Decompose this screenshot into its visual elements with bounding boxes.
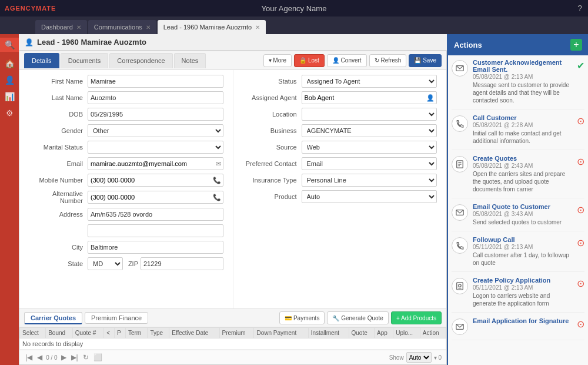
form-right: Status Assigned To Agent Assigned Agent …: [233, 70, 447, 308]
sidebar-search-icon[interactable]: 🔍: [0, 38, 19, 52]
insurance-type-label: Insurance Type: [243, 177, 302, 184]
col-action: Action: [420, 328, 446, 339]
app-title: Your Agency Name: [262, 4, 327, 13]
product-select[interactable]: Auto: [302, 190, 437, 203]
tab-dashboard[interactable]: Dashboard ✕: [35, 20, 87, 34]
address-input[interactable]: [88, 208, 223, 221]
action-status-3: ⊙: [577, 156, 584, 167]
payments-button[interactable]: 💳 Payments: [279, 311, 325, 324]
top-bar: AGENCYMATE Your Agency Name ?: [0, 0, 588, 16]
address2-input[interactable]: [88, 224, 223, 237]
email-row: Email ✉: [29, 157, 223, 170]
tab-communications[interactable]: Communications ✕: [88, 20, 156, 34]
tab-lead[interactable]: Lead - 1960 Mamirae Auozmto ✕: [158, 20, 266, 34]
email-input[interactable]: [88, 157, 223, 170]
state-select[interactable]: MD: [88, 257, 123, 270]
action-icon-phone-2: [452, 115, 468, 132]
page-header-icon: 👤: [25, 38, 34, 47]
actions-panel: Actions + Customer Acknowledgement Email…: [447, 34, 588, 365]
sidebar-gear-icon[interactable]: ⚙: [6, 108, 14, 118]
next-page-btn[interactable]: ▶: [60, 353, 68, 361]
save-button[interactable]: 💾 Save: [409, 54, 442, 67]
insurance-type-select[interactable]: Personal Line: [302, 174, 437, 187]
tab-correspondence[interactable]: Correspondence: [109, 53, 172, 68]
actions-add-button[interactable]: +: [570, 39, 582, 51]
action-item-6: Create Policy Application 05/11/2021 @ 2…: [452, 277, 584, 313]
assigned-agent-row: Assigned Agent 👤: [243, 91, 437, 104]
assigned-agent-label: Assigned Agent: [243, 94, 302, 101]
dob-row: DOB: [29, 108, 223, 121]
actions-header: Actions +: [448, 34, 588, 55]
gender-select[interactable]: OtherMaleFemale: [88, 124, 223, 137]
first-name-row: First Name: [29, 75, 223, 88]
last-page-btn[interactable]: ▶|: [70, 353, 79, 361]
generate-quote-button[interactable]: 🔧 Generate Quote: [327, 311, 389, 324]
page-info: 0 / 0: [46, 354, 57, 361]
more-button[interactable]: ▾ More: [263, 54, 292, 67]
alt-input-wrapper: 📞: [88, 191, 223, 204]
col-premium: Premium: [219, 328, 254, 339]
lost-button[interactable]: 🔒 Lost: [294, 54, 325, 67]
col-p: P: [115, 328, 126, 339]
tab-lead-close[interactable]: ✕: [255, 24, 260, 31]
assigned-agent-input[interactable]: [302, 91, 437, 104]
tab-notes[interactable]: Notes: [174, 53, 206, 68]
business-select[interactable]: AGENCYMATE: [302, 124, 437, 137]
dob-input[interactable]: [88, 108, 223, 121]
product-row: Product Auto: [243, 190, 437, 203]
sidebar-chart-icon[interactable]: 📊: [5, 92, 15, 101]
marital-status-select[interactable]: SingleMarriedDivorced: [88, 141, 223, 154]
city-input[interactable]: [88, 241, 223, 254]
action-title-5: Followup Call: [473, 236, 572, 243]
col-select: Select: [20, 328, 46, 339]
alt-number-input[interactable]: [88, 191, 223, 204]
prev-page-btn[interactable]: ◀: [36, 353, 44, 361]
action-body-7: Email Application for Signature: [473, 317, 572, 326]
content-area: 👤 Lead - 1960 Mamirae Auozmto Details Do…: [19, 34, 447, 365]
refresh-button[interactable]: ↻ Refresh: [369, 54, 407, 67]
carrier-quotes-tab[interactable]: Carrier Quotes: [24, 312, 82, 324]
svg-point-7: [459, 284, 461, 287]
address2-row: [29, 224, 223, 237]
last-name-input[interactable]: [88, 91, 223, 104]
tab-communications-close[interactable]: ✕: [146, 24, 151, 31]
help-icon[interactable]: ?: [577, 4, 582, 13]
preferred-contact-row: Preferred Contact Email: [243, 157, 437, 170]
action-body-6: Create Policy Application 05/11/2021 @ 2…: [473, 277, 572, 307]
col-lt: <: [104, 328, 115, 339]
export-btn[interactable]: ⬜: [92, 353, 103, 361]
premium-finance-tab[interactable]: Premium Finance: [85, 312, 148, 324]
refresh-table-btn[interactable]: ↻: [82, 353, 90, 361]
sidebar-person-icon[interactable]: 👤: [5, 75, 15, 85]
gender-label: Gender: [29, 127, 88, 134]
tab-documents[interactable]: Documents: [61, 53, 109, 68]
action-date-3: 05/08/2021 @ 2:43 AM: [473, 162, 572, 169]
table-header-row: Select Bound Quote # < P Term Type Effec…: [20, 328, 446, 339]
preferred-contact-select[interactable]: Email: [302, 157, 437, 170]
no-records-text: No records to display: [20, 339, 446, 350]
col-term: Term: [125, 328, 148, 339]
action-icon-email-1: [452, 60, 468, 77]
location-select[interactable]: [302, 108, 437, 121]
main-layout: 🔍 🏠 👤 📊 ⚙ 👤 Lead - 1960 Mamirae Auozmto …: [0, 34, 588, 365]
action-item-2: Call Customer 05/08/2021 @ 2:28 AM Initi…: [452, 114, 584, 150]
add-products-button[interactable]: + Add Products: [391, 311, 442, 324]
mobile-input[interactable]: [88, 174, 223, 187]
status-row: Status Assigned To Agent: [243, 75, 437, 88]
convert-button[interactable]: 👤 Convert: [327, 54, 367, 67]
status-select[interactable]: Assigned To Agent: [302, 75, 437, 88]
marital-status-row: Marital Status SingleMarriedDivorced: [29, 141, 223, 154]
tab-details[interactable]: Details: [24, 53, 59, 68]
action-date-2: 05/08/2021 @ 2:28 AM: [473, 122, 572, 128]
location-label: Location: [243, 111, 302, 118]
email-icon: ✉: [216, 160, 221, 168]
dob-label: DOB: [29, 111, 88, 118]
show-select[interactable]: Auto102550: [406, 352, 432, 363]
source-select[interactable]: Web: [302, 141, 437, 154]
zip-input[interactable]: [141, 257, 223, 270]
tab-communications-label: Communications: [94, 24, 142, 31]
first-page-btn[interactable]: |◀: [24, 353, 34, 361]
tab-dashboard-close[interactable]: ✕: [76, 24, 81, 31]
sidebar-home-icon[interactable]: 🏠: [5, 59, 15, 68]
first-name-input[interactable]: [88, 75, 223, 88]
